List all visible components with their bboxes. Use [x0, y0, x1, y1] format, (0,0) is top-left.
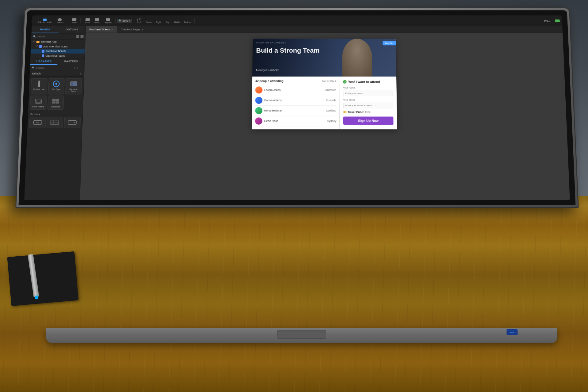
attendee-name: Darren Adams	[264, 99, 324, 102]
form-table-component[interactable]	[47, 117, 63, 128]
sidebar: PAGES OUTLINE 🔍	[24, 26, 86, 200]
iframe-component-icon	[34, 98, 43, 105]
attendee-row: Darren Adams Brussels	[255, 95, 336, 106]
tab-checkout-pages[interactable]: Checkout Pages ✕	[117, 26, 148, 33]
canvas: San Di... SPEAKING ENGAGEMENT Build a St…	[80, 33, 570, 200]
align-left-button[interactable]: Left	[135, 18, 144, 24]
signup-now-button[interactable]: Sign Up Now	[343, 117, 394, 125]
tree-item-user-interviews[interactable]: User Interview Notes	[31, 44, 85, 49]
hot-spot-component[interactable]: Hot Spot	[48, 78, 65, 95]
signup-title: Yes! I want to attend	[348, 80, 380, 83]
lib-dropdown[interactable]: Default ⇅	[30, 71, 84, 77]
libraries-tabs: LIBRARIES MASTERS	[30, 58, 85, 65]
attendee-name: Lacara Jones	[264, 89, 323, 92]
hotspot-component-icon	[52, 80, 61, 87]
ticket-icon: 🎫	[343, 111, 347, 114]
pages-search-input[interactable]	[37, 35, 75, 38]
tree-item-checkout-pages[interactable]: Checkout Pages	[30, 54, 85, 58]
align-middle-button[interactable]: Middle	[173, 18, 182, 24]
email-field: Your Email	[343, 99, 393, 108]
align-top-button[interactable]: Top	[164, 18, 172, 24]
pages-search: 🔍	[31, 34, 85, 40]
components-grid: Vertical Line Hot Spot	[28, 77, 84, 111]
laptop-screen-shell: Selection Mode Connect Insert	[15, 7, 579, 208]
pages-tab[interactable]: PAGES	[32, 26, 59, 33]
expand-arrow	[33, 41, 36, 43]
group-button[interactable]: Group	[92, 17, 101, 24]
name-input[interactable]	[343, 91, 393, 96]
libraries-section: LIBRARIES MASTERS 🔍 + ↓ ⋯	[24, 58, 85, 200]
connect-button[interactable]: Connect	[54, 17, 65, 24]
sort-button[interactable]: Sort by City ▾	[322, 80, 336, 82]
mockup-frame: San Di... SPEAKING ENGAGEMENT Build a St…	[252, 39, 397, 129]
trackpad[interactable]	[277, 330, 326, 339]
notebook	[7, 251, 78, 306]
close-tab-purchase-icon[interactable]: ✕	[111, 28, 113, 31]
align-center-button[interactable]: Center	[144, 18, 154, 24]
lib-search-input[interactable]	[36, 66, 73, 69]
ticket-price: 🎫 Ticket Price: Free	[343, 111, 394, 114]
textbox-icon: abc	[33, 119, 42, 126]
attendees-count: 42 people attending	[255, 79, 284, 83]
lib-add-icon[interactable]: +	[74, 66, 76, 69]
forms-grid: abc	[27, 117, 82, 128]
toolbar-insert-section: Insert	[68, 17, 81, 24]
page-icon	[42, 55, 44, 57]
page-icon	[42, 50, 44, 52]
tab-purchase-tickets[interactable]: Purchase Tickets ✕	[86, 26, 117, 33]
sort-chevron-icon: ▾	[335, 80, 336, 82]
zoom-control[interactable]: 🔍 90% ▾	[117, 19, 132, 23]
tree-item-purchase-tickets[interactable]: Purchase Tickets	[31, 49, 85, 54]
point-button[interactable]: Point	[83, 17, 92, 24]
libraries-tab[interactable]: LIBRARIES	[30, 58, 57, 65]
tree-item-ticketing-app[interactable]: Ticketing App	[31, 40, 85, 44]
signup-header: ✓ Yes! I want to attend	[343, 80, 393, 83]
canvas-area: Purchase Tickets ✕ Checkout Pages ✕	[80, 26, 570, 200]
folder-icon	[36, 41, 40, 43]
insert-button[interactable]: Insert	[70, 17, 79, 24]
vline-component-icon	[35, 80, 44, 87]
form-select-component[interactable]	[64, 117, 81, 128]
masters-tab[interactable]: MASTERS	[57, 58, 85, 65]
selection-mode-button[interactable]: Selection Mode	[36, 18, 54, 24]
tab-bar: Purchase Tickets ✕ Checkout Pages ✕	[86, 26, 563, 33]
folder-icon[interactable]	[81, 35, 84, 38]
name-label: Your Name	[343, 86, 393, 89]
avatar	[255, 107, 262, 114]
table-icon	[50, 119, 59, 126]
form-textbox-component[interactable]: abc	[29, 117, 46, 128]
inline-frame-component[interactable]: Inline Frame	[30, 96, 47, 110]
ungroup-button[interactable]: Ungroup	[102, 17, 113, 24]
lib-download-icon[interactable]: ↓	[77, 66, 78, 69]
preview-button[interactable]: Pre...	[543, 19, 552, 23]
two-column-layout: 42 people attending Sort by City ▾	[252, 77, 397, 129]
add-page-icon[interactable]	[76, 35, 79, 38]
repeater-component[interactable]: Repeater	[47, 96, 64, 110]
event-type-label: SPEAKING ENGAGEMENT	[256, 42, 288, 44]
outline-tab[interactable]: OUTLINE	[58, 26, 86, 33]
background-scene: Selection Mode Connect Insert	[0, 0, 588, 392]
event-title: Build a Strong Team	[256, 47, 319, 54]
page-action-icons	[76, 35, 84, 38]
name-field: Your Name	[343, 86, 393, 96]
hero-section: San Di... SPEAKING ENGAGEMENT Build a St…	[252, 39, 396, 76]
expand-arrow	[36, 45, 38, 48]
attendee-row: Lizzie Rose Sydney	[255, 116, 337, 126]
align-right-button[interactable]: Right	[154, 18, 163, 24]
email-input[interactable]	[343, 103, 393, 108]
toolbar-point-section: Point Group Ungroup	[82, 17, 116, 24]
avatar	[255, 97, 262, 104]
close-tab-checkout-icon[interactable]: ✕	[141, 28, 144, 31]
attendee-city: Sydney	[327, 119, 337, 123]
dynamic-panel-component[interactable]: Dynamic Panel	[65, 78, 82, 95]
avatar	[255, 117, 262, 124]
lib-more-icon[interactable]: ⋯	[79, 66, 82, 69]
vertical-line-component[interactable]: Vertical Line	[31, 78, 47, 95]
app-toolbar: Selection Mode Connect Insert	[32, 15, 562, 26]
attendee-row: Herse Hedman Oakland	[255, 106, 336, 116]
laptop-base	[46, 328, 557, 343]
attendee-city: Baltimore	[325, 89, 336, 92]
align-bottom-button[interactable]: Bottom	[183, 18, 193, 24]
avatar	[255, 86, 263, 93]
lib-toolbar: 🔍 + ↓ ⋯	[30, 65, 84, 71]
